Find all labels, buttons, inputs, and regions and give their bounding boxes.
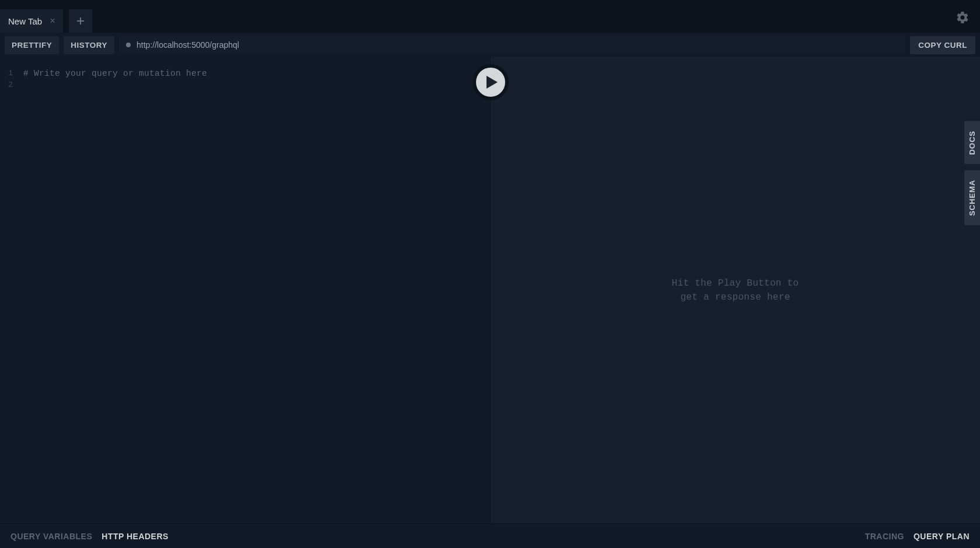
footer-left: QUERY VARIABLES HTTP HEADERS [10,532,169,541]
endpoint-status-icon [126,43,131,47]
footer: QUERY VARIABLES HTTP HEADERS TRACING QUE… [0,524,980,548]
tab-label: New Tab [8,16,42,26]
main-area: 1 2 # Write your query or mutation here … [0,57,980,524]
url-bar[interactable] [119,36,905,54]
close-icon[interactable]: × [48,16,57,26]
copy-curl-button[interactable]: COPY CURL [910,36,975,54]
svg-marker-2 [487,76,498,89]
toolbar: PRETTIFY HISTORY COPY CURL [0,33,980,57]
app-root: New Tab × PRETTIFY HISTORY COPY CURL 1 2… [0,0,980,548]
gear-icon [956,10,970,24]
side-tabs: DOCS SCHEMA [964,121,980,225]
play-icon [485,75,498,89]
tab-bar: New Tab × [0,0,980,33]
response-placeholder: Hit the Play Button to get a response he… [672,276,799,304]
endpoint-input[interactable] [136,40,898,50]
new-tab-button[interactable] [69,9,92,33]
line-number: 1 [0,68,13,79]
settings-button[interactable] [956,10,970,27]
docs-tab[interactable]: DOCS [964,121,980,164]
query-plan-tab[interactable]: QUERY PLAN [914,532,970,541]
footer-right: TRACING QUERY PLAN [865,532,970,541]
http-headers-tab[interactable]: HTTP HEADERS [102,532,169,541]
tracing-tab[interactable]: TRACING [865,532,904,541]
svg-rect-1 [77,20,84,22]
prettify-button[interactable]: PRETTIFY [5,36,59,54]
editor-content[interactable]: # Write your query or mutation here [23,68,490,79]
schema-tab[interactable]: SCHEMA [964,170,980,225]
history-button[interactable]: HISTORY [64,36,114,54]
plus-icon [76,16,85,26]
query-variables-tab[interactable]: QUERY VARIABLES [10,532,92,541]
line-gutter: 1 2 [0,68,16,91]
execute-button[interactable] [473,64,509,100]
line-number: 2 [0,79,13,91]
query-editor[interactable]: 1 2 # Write your query or mutation here [0,57,490,524]
response-pane: Hit the Play Button to get a response he… [491,57,980,524]
tab-active[interactable]: New Tab × [0,9,63,33]
